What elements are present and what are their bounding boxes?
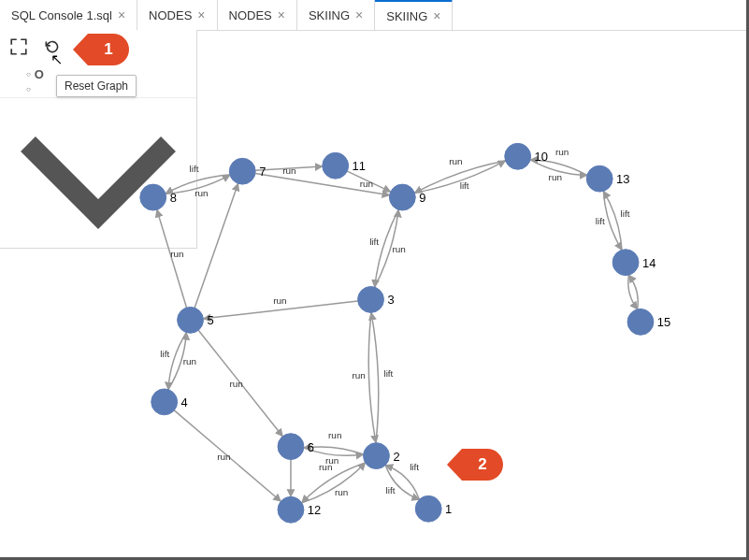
graph-node-1[interactable] [415,495,441,522]
tab-skiing[interactable]: SKIING× [297,0,375,30]
node-label: 15 [657,315,670,329]
close-icon[interactable]: × [278,7,285,22]
node-label: 10 [535,150,548,164]
edge-label: run [273,295,286,306]
node-label: 12 [308,503,321,517]
graph-node-3[interactable] [358,287,384,313]
callout-2: 2 [462,449,503,481]
edge-label: run [328,430,341,440]
graph-edge[interactable] [194,183,238,308]
graph-edge[interactable] [603,191,622,250]
app-frame: SQL Console 1.sql×NODES×NODES×SKIING×SKI… [0,0,749,560]
edge-label: run [194,188,208,198]
edge-label: lift [383,368,393,379]
edge-label: lift [460,180,469,191]
edge-label: run [393,244,406,254]
graph-canvas[interactable]: liftliftliftrunrunrunrunrunrunrunliftrun… [0,30,746,557]
graph-edge[interactable] [603,191,622,250]
graph-node-14[interactable] [612,250,639,276]
node-label: 5 [207,313,213,327]
edge-label: lift [410,462,419,472]
edge-label: lift [190,164,199,174]
edge-label: run [319,462,332,472]
edge-label: lift [596,216,605,226]
node-label: 6 [308,440,314,454]
close-icon[interactable]: × [118,7,125,22]
graph-node-8[interactable] [140,184,166,210]
edge-label: run [229,379,242,389]
tab-nodes[interactable]: NODES× [218,0,297,30]
edge-label: run [360,179,373,189]
graph-node-2[interactable] [364,443,390,469]
edge-label: lift [620,208,629,219]
close-icon[interactable]: × [197,7,205,22]
edge-label: run [282,165,295,176]
graph-node-11[interactable] [323,152,349,179]
tab-label: NODES [229,8,272,22]
edge-label: lift [386,485,396,495]
edge-label: run [449,156,462,166]
graph-edge[interactable] [302,463,366,503]
graph-node-12[interactable] [278,496,304,523]
node-label: 3 [387,293,394,307]
tab-label: NODES [149,8,192,22]
edge-label: run [335,487,348,497]
tab-skiing[interactable]: SKIING× [375,0,453,30]
callout-1: 1 [88,34,129,65]
graph-node-15[interactable] [627,309,654,335]
graph-edge[interactable] [302,463,366,503]
callout-1-label: 1 [104,40,112,59]
edge-label: run [555,147,569,157]
edge-label: run [549,172,562,182]
graph-node-4[interactable] [151,389,178,415]
edge-label: lift [160,349,169,359]
tab-bar: SQL Console 1.sql×NODES×NODES×SKIING×SKI… [0,0,746,31]
node-label: 2 [393,450,399,464]
node-label: 9 [419,191,425,205]
tab-label: SQL Console 1.sql [11,8,112,22]
graph-node-6[interactable] [278,434,304,460]
tab-sql-console-1-sql[interactable]: SQL Console 1.sql× [0,0,137,30]
edge-label: run [170,249,183,259]
graph-node-9[interactable] [389,184,415,210]
graph-node-13[interactable] [586,165,612,192]
graph-node-7[interactable] [229,158,255,184]
edge-label: lift [369,237,379,247]
node-label: 14 [642,256,655,270]
node-label: 8 [170,191,177,205]
node-label: 7 [259,165,266,179]
graph-node-5[interactable] [178,307,204,333]
node-label: 13 [616,172,629,186]
close-icon[interactable]: × [433,8,440,23]
callout-2-label: 2 [478,455,486,474]
node-label: 11 [353,159,366,173]
node-label: 4 [181,395,188,409]
close-icon[interactable]: × [355,7,363,22]
tab-nodes[interactable]: NODES× [137,0,217,30]
tab-label: SKIING [309,8,350,22]
graph-node-10[interactable] [505,143,531,169]
edge-label: run [183,356,196,366]
tab-label: SKIING [386,9,427,23]
node-label: 1 [445,502,452,516]
edge-label: run [217,452,230,462]
edge-label: run [352,370,365,381]
